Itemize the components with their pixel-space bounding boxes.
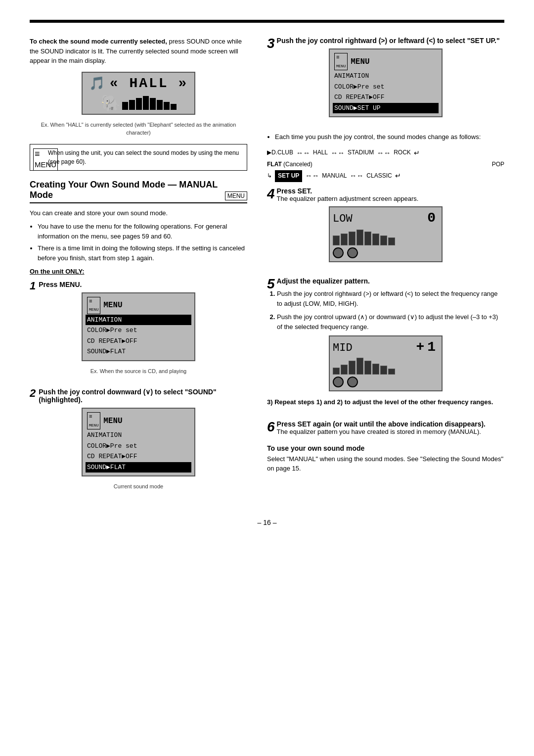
step-4-label: Press SET. [277,187,312,195]
body-text-1: You can create and store your own sound … [30,208,247,218]
step3-row4: CD REPEAT▶OFF [333,92,439,103]
step-6-num: 6 [267,420,275,434]
bullet-2: There is a time limit in doing the follo… [38,243,247,263]
flow-hall: HALL [313,147,328,158]
flow-chart: ▶D.CLUB ↔↔ HALL ↔↔ STADIUM ↔↔ ROCK ↵ FLA… [267,147,504,183]
step4-freq-row: LOW 0 [333,210,439,226]
page-number: – 16 – [30,519,504,526]
top-bar [30,20,504,23]
step1-row4: CD REPEAT▶OFF [86,336,191,347]
bullet-1: You have to use the menu for the followi… [38,222,247,241]
flow-flat: FLAT (Canceled) [267,159,312,170]
intro-bold: To check the sound mode currently select… [30,38,167,45]
step1-row3: COLOR▶Pre set [86,325,191,336]
step-1-num: 1 [30,281,36,291]
step-4-display: LOW 0 [329,206,443,262]
hall-speaker-icon: 🎵 [89,76,105,91]
step-1-caption: Ex. When the source is CD, and playing [30,367,247,376]
step-5-block: 5 Adjust the equalizer pattern. Push the… [267,277,504,411]
step4-freq: LOW [333,213,353,225]
step-3-block: 3 Push the joy control rightward (>) or … [267,37,504,123]
step3-row3: COLOR▶Pre set [333,82,439,93]
step-1-block: 1 Press MENU. ≡MENU MENU ANIMATION COLOR… [30,281,247,379]
step3-bullet: Each time you push the joy control, the … [275,132,504,142]
step5-list: Push the joy control rightward (>) or le… [267,289,504,331]
step-2-block: 2 Push the joy control downward (∨) to s… [30,388,247,495]
section-title-text: Creating Your Own Sound Mode — MANUAL Mo… [30,180,225,200]
step4-knobs [333,247,439,258]
step-1-display: ≡MENU MENU ANIMATION COLOR▶Pre set CD RE… [82,292,195,361]
flow-rock: ROCK [394,147,411,158]
step2-row4: CD REPEAT▶OFF [86,451,191,462]
info-text: When using the unit, you can select the … [48,149,239,165]
step1-row2: ANIMATION [86,315,191,326]
right-column: 3 Push the joy control rightward (>) or … [267,37,504,504]
setup-highlight: SET UP [275,170,302,182]
flow-arrow-left: ↳ [267,171,272,182]
step2-row5: SOUND▶FLAT [86,462,191,473]
step4-val: 0 [427,210,439,226]
on-unit-only: On the unit ONLY: [30,267,247,277]
step5-freq: MID [333,342,353,354]
step-2-num: 2 [30,388,36,399]
hall-caption: Ex. When "HALL" is currently selected (w… [30,121,247,137]
flow-classic: CLASSIC [366,171,392,182]
hall-title: « HALL » [110,76,188,91]
step-4-num: 4 [267,187,275,201]
step2-row2: ANIMATION [86,430,191,441]
step5-freq-row: MID +1 [333,339,439,355]
step-2-label: Push the joy control downward (∨) to sel… [39,388,216,404]
step-5-label: Adjust the equalizer pattern. [277,277,370,285]
step5-bars [333,358,439,375]
step-3-label: Push the joy control rightward (>) or le… [277,37,500,45]
hall-bars [122,96,177,110]
section-title: Creating Your Own Sound Mode — MANUAL Mo… [30,180,247,203]
menu-badge: MENU [225,191,247,200]
step3-row1: ≡MENU MENU [333,52,439,71]
menu-icon: ≡MENU [33,148,58,171]
step-6-block: 6 Press SET again (or wait until the abo… [267,420,504,435]
hall-display: 🎵 « HALL » 🐘 [82,72,195,115]
info-box: ≡MENU When using the unit, you can selec… [30,144,247,171]
flow-stadium: STADIUM [348,147,374,158]
step-5-display: MID +1 [329,335,443,391]
flow-pop: POP [492,159,504,170]
bullet-list: You have to use the menu for the followi… [30,222,247,263]
flow-row-3: ↳ SET UP ↔↔ MANUAL ↔↔ CLASSIC ↵ [267,170,504,182]
hall-figure: 🐘 [101,95,121,111]
flow-dclub: ▶D.CLUB [267,147,293,158]
step2-row1: ≡MENU MENU [86,412,191,430]
step-3-display: ≡MENU MENU ANIMATION COLOR▶Pre set CD RE… [329,48,443,117]
step5-val: +1 [416,339,439,355]
step-3-num: 3 [267,37,275,50]
step5-item-1: Push the joy control rightward (>) or le… [277,289,504,308]
step3-bullets: Each time you push the joy control, the … [267,132,504,142]
step-6-label: Press SET again (or wait until the above… [277,420,486,428]
step3-row2: ANIMATION [333,71,439,82]
step1-row5: SOUND▶FLAT [86,346,191,357]
step-2-caption: Current sound mode [30,482,247,491]
step1-row1: ≡MENU MENU [86,296,191,315]
to-use-title: To use your own sound mode [267,444,504,452]
step-2-display: ≡MENU MENU ANIMATION COLOR▶Pre set CD RE… [82,408,195,476]
step-4-block: 4 Press SET. The equalizer pattern adjus… [267,187,504,268]
step2-row3: COLOR▶Pre set [86,441,191,452]
flow-manual: MANUAL [322,171,347,182]
step5-item-2: Push the joy control upward (∧) or downw… [277,312,504,331]
to-use-sub: Select "MANUAL" when using the sound mod… [267,454,504,473]
step-4-sub: The equalizer pattern adjustment screen … [277,195,419,202]
flow-row-1: ▶D.CLUB ↔↔ HALL ↔↔ STADIUM ↔↔ ROCK ↵ [267,147,504,159]
step-6-sub: The equalizer pattern you have created i… [277,428,481,435]
step5-knobs [333,377,439,387]
step3-row5: SOUND▶SET UP [333,103,439,114]
flow-row-2: FLAT (Canceled) POP [267,159,504,170]
step4-bars [333,229,439,245]
step5-sub3: 3) Repeat steps 1) and 2) to adjust the … [267,397,504,407]
left-column: To check the sound mode currently select… [30,37,247,504]
step-1-label: Press MENU. [39,281,82,288]
intro-text: To check the sound mode currently select… [30,37,247,66]
